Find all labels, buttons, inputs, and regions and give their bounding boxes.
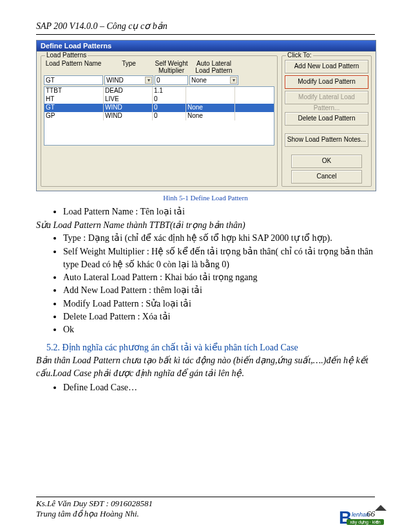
list-item: Ok [63, 323, 375, 336]
list-item: Auto Lateral Load Pattern : Khai báo tải… [63, 271, 375, 284]
input-type-select[interactable]: WIND ▾ [104, 75, 153, 85]
input-name[interactable]: GT [44, 75, 103, 85]
footer-center: Trung tâm đồ họa Hoàng Nhi. [36, 509, 139, 519]
list-item: Delete Load Pattern : Xóa tải [63, 310, 375, 323]
table-row[interactable]: HTLIVE0 [44, 95, 274, 104]
delete-load-pattern-button[interactable]: Delete Load Pattern [285, 112, 368, 126]
italic-note: Sửa Load Pattern Name thành TTBT(tải trọ… [36, 220, 375, 231]
header-divider [36, 34, 375, 35]
list-item: Type : Dạng tải (chỉ để xác định hệ số t… [63, 232, 375, 245]
col-type: Type [104, 60, 153, 74]
bullet-list-3: Define Load Case… [49, 381, 375, 394]
page-footer: Ks.Lê Văn Duy SĐT : 0916028581 Trung tâm… [36, 495, 375, 519]
input-self-weight[interactable]: 0 [155, 75, 188, 85]
modify-load-pattern-button[interactable]: Modify Load Pattern [285, 75, 368, 89]
list-item: Self Weight Multiplier : Hệ số kể đến tả… [63, 245, 375, 272]
section-body: Bản thân Load Pattern chưa tạo bất kì tá… [36, 354, 375, 381]
click-to-panel: Click To: Add New Load Pattern Modify Lo… [282, 55, 372, 187]
dialog-title: Define Load Patterns [37, 41, 376, 52]
house-icon [375, 505, 387, 511]
chevron-down-icon: ▾ [145, 77, 152, 84]
cancel-button[interactable]: Cancel [291, 170, 362, 184]
input-auto-select[interactable]: None ▾ [189, 75, 238, 85]
bullet-list-1: Load Pattern Name : Tên loại tải [49, 205, 375, 218]
col-self-weight: Self Weight Multiplier [155, 60, 188, 74]
bullet-list-2: Type : Dạng tải (chỉ để xác định hệ số t… [49, 232, 375, 336]
footer-divider [36, 497, 375, 497]
add-load-pattern-button[interactable]: Add New Load Pattern [285, 60, 368, 73]
table-row[interactable]: GTWIND0None [44, 104, 274, 112]
list-item: Modify Load Pattern : Sửa loại tải [63, 298, 375, 310]
modify-lateral-button[interactable]: Modify Lateral Load Pattern... [285, 91, 368, 104]
col-name: Load Pattern Name [44, 60, 103, 74]
chevron-down-icon: ▾ [230, 77, 237, 84]
ok-button[interactable]: OK [291, 155, 362, 168]
table-row[interactable]: TTBTDEAD1.1 [44, 87, 274, 95]
load-patterns-panel: Load Patterns Load Pattern Name Type Sel… [41, 55, 278, 187]
list-item: Load Pattern Name : Tên loại tải [63, 205, 375, 218]
load-panel-label: Load Patterns [45, 52, 88, 59]
figure-caption: Hình 5-1 Define Load Pattern [36, 194, 375, 202]
define-load-patterns-dialog: Define Load Patterns Load Patterns Load … [36, 40, 376, 191]
section-heading: 5.2. Định nghĩa các phương án chất tải v… [46, 342, 375, 353]
click-panel-label: Click To: [286, 52, 313, 59]
list-item: Add New Load Pattern : thêm loại tải [63, 284, 375, 297]
list-item: Define Load Case… [63, 381, 375, 394]
col-auto: Auto Lateral Load Pattern [189, 60, 238, 74]
load-patterns-list[interactable]: TTBTDEAD1.1HTLIVE0GTWIND0NoneGPWIND0None [44, 86, 274, 146]
brand-logo: B lenhan xây dựng · kiến trúc [339, 504, 384, 529]
page-header: SAP 200 V14.0.0 – Công cụ cơ bản [36, 21, 375, 32]
footer-author: Ks.Lê Văn Duy SĐT : 0916028581 [36, 499, 375, 509]
show-notes-button[interactable]: Show Load Pattern Notes... [285, 133, 368, 147]
table-row[interactable]: GPWIND0None [44, 112, 274, 120]
